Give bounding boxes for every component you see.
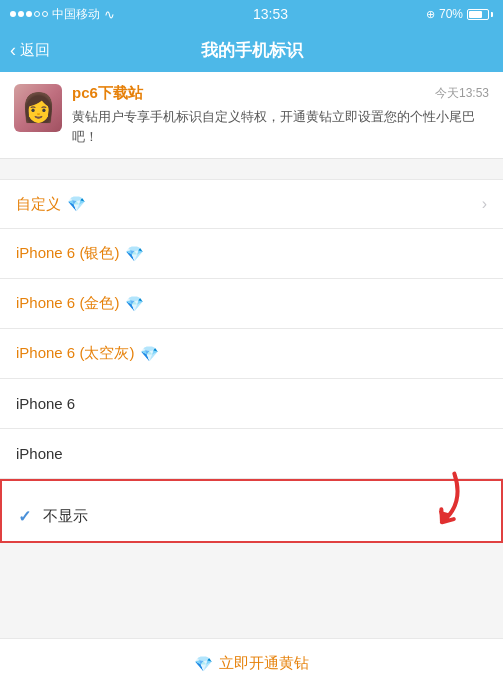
status-time: 13:53 [253,6,288,22]
list-item-left: iPhone 6 (金色) 💎 [16,294,144,313]
list-item-iphone6-silver[interactable]: iPhone 6 (银色) 💎 [0,229,503,279]
battery-fill [469,11,482,18]
iphone-label: iPhone [16,445,63,462]
battery-indicator [467,9,493,20]
carrier-label: 中国移动 [52,6,100,23]
page-title: 我的手机标识 [201,39,303,62]
list-item-iphone6-gold[interactable]: iPhone 6 (金色) 💎 [0,279,503,329]
message-text: 黄钻用户专享手机标识自定义特权，开通黄钻立即设置您的个性小尾巴吧！ [72,107,489,146]
message-content: pc6下载站 今天13:53 黄钻用户专享手机标识自定义特权，开通黄钻立即设置您… [72,84,489,146]
message-card: 👩 pc6下载站 今天13:53 黄钻用户专享手机标识自定义特权，开通黄钻立即设… [0,72,503,159]
list-item-left: iPhone 6 (银色) 💎 [16,244,144,263]
hide-label: 不显示 [43,507,88,526]
status-right: ⊕ 70% [426,7,493,21]
avatar-inner: 👩 [14,84,62,132]
location-icon: ⊕ [426,8,435,21]
gem-icon-gold: 💎 [125,295,144,313]
battery-tip [491,12,493,17]
signal-dots [10,11,48,17]
wifi-icon: ∿ [104,7,115,22]
list-item-left: ✓ 不显示 [18,507,88,526]
sender-name: pc6下载站 [72,84,143,103]
iphone6-silver-label: iPhone 6 (银色) [16,244,119,263]
avatar-face: 👩 [21,94,56,122]
battery-percent: 70% [439,7,463,21]
gem-icon-silver: 💎 [125,245,144,263]
status-left: 中国移动 ∿ [10,6,115,23]
gem-icon-custom: 💎 [67,195,86,213]
iphone6-gold-label: iPhone 6 (金色) [16,294,119,313]
gem-icon-spacegray: 💎 [140,345,159,363]
list-item-left: iPhone 6 (太空灰) 💎 [16,344,159,363]
footer-text: 立即开通黄钻 [219,654,309,673]
signal-dot-1 [10,11,16,17]
signal-dot-5 [42,11,48,17]
nav-bar: ‹ 返回 我的手机标识 [0,28,503,72]
custom-label: 自定义 [16,195,61,214]
chevron-right-icon: › [482,195,487,213]
footer[interactable]: 💎 立即开通黄钻 [0,638,503,688]
battery-body [467,9,489,20]
section-separator [0,159,503,169]
signal-dot-3 [26,11,32,17]
iphone6-spacegray-label: iPhone 6 (太空灰) [16,344,134,363]
iphone6-label: iPhone 6 [16,395,75,412]
footer-gem-icon: 💎 [194,655,213,673]
list-item-iphone6-spacegray[interactable]: iPhone 6 (太空灰) 💎 [0,329,503,379]
message-header: pc6下载站 今天13:53 [72,84,489,103]
status-bar: 中国移动 ∿ 13:53 ⊕ 70% [0,0,503,28]
list-item-iphone6[interactable]: iPhone 6 [0,379,503,429]
list-item-custom[interactable]: 自定义 💎 › [0,179,503,229]
back-label: 返回 [20,41,50,60]
signal-dot-2 [18,11,24,17]
avatar: 👩 [14,84,62,132]
list-item-left: 自定义 💎 [16,195,86,214]
message-time: 今天13:53 [435,85,489,102]
back-arrow-icon: ‹ [10,40,16,61]
list-item-left: iPhone 6 [16,395,75,412]
signal-dot-4 [34,11,40,17]
list-item-left: iPhone [16,445,63,462]
back-button[interactable]: ‹ 返回 [10,40,50,61]
checkmark-icon: ✓ [18,507,31,526]
